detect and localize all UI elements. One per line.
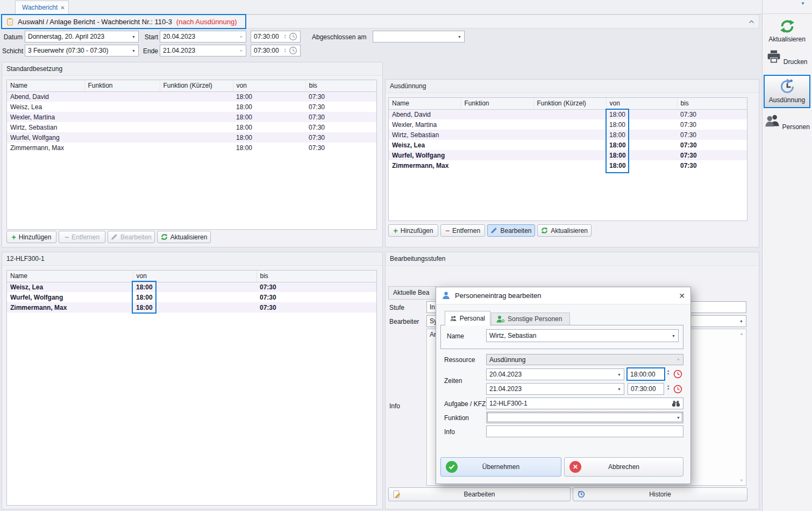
table-row[interactable]: Weisz, Lea18:0007:30 (7, 282, 376, 292)
vehicle-table: NamevonbisWeisz, Lea18:0007:30Wurfel, Wo… (7, 271, 376, 313)
uebernehmen-button[interactable]: Übernehmen (440, 457, 561, 477)
scroll-up-icon[interactable]: ▲ (739, 331, 744, 336)
sidebar-item-aktualisieren[interactable]: Aktualisieren (764, 16, 810, 44)
tab-sonstige-personen[interactable]: Sonstige Personen (491, 313, 570, 325)
column-header[interactable]: Funktion (Kürzel) (160, 80, 233, 91)
start-time-field[interactable]: 07:30:00 ▲▼ (251, 31, 301, 42)
abbrechen-button[interactable]: ✕ Abbrechen (564, 457, 683, 477)
column-header[interactable]: Name (7, 80, 84, 91)
table-cell: Abend, David (389, 109, 461, 119)
std-edit-button[interactable]: Bearbeiten (108, 231, 155, 243)
table-row[interactable]: Wurfel, Wolfgang18:0007:30 (389, 150, 747, 160)
dialog-title: Personeneintrag bearbeiten (455, 292, 541, 300)
table-row[interactable]: Zimmermann, Max18:0007:30 (7, 302, 376, 313)
start-date-combo[interactable]: 20.04.2023▼ (486, 368, 624, 380)
table-cell (84, 132, 160, 143)
table-row[interactable]: Zimmermann, Max18:0007:30 (389, 160, 747, 171)
name-combo[interactable]: Wirtz, Sebastian▼ (486, 329, 679, 342)
table-row[interactable]: Wurfel, Wolfgang18:0007:30 (7, 132, 376, 143)
table-cell: Weisz, Lea (389, 140, 461, 150)
schicht-value: 3 Feuerwehr (07:30 - 07:30) (28, 47, 108, 54)
end-date-combo[interactable]: 21.04.2023▼ (486, 383, 624, 395)
table-row[interactable]: Abend, David18:0007:30 (7, 91, 376, 102)
bearbeiter-label: Bearbeiter (389, 318, 419, 325)
sidebar-item-personen[interactable]: Personen (764, 110, 810, 139)
start-time-field-highlighted[interactable]: 18:00:00 (626, 367, 665, 381)
table-row[interactable]: Zimmermann, Max18:0007:30 (7, 143, 376, 153)
table-row[interactable]: Wurfel, Wolfgang18:0007:30 (7, 292, 376, 302)
std-add-button[interactable]: +Hinzufügen (6, 231, 56, 243)
tab-aktuelle-bearbeitungsstufe[interactable]: Aktuelle Bea (388, 286, 437, 300)
abgeschlossen-combo[interactable]: ▼ (373, 31, 465, 42)
table-cell (461, 160, 533, 171)
column-header[interactable]: von (606, 98, 677, 109)
funktion-combo[interactable]: ▼ (486, 411, 683, 423)
std-remove-button[interactable]: −Entfernen (59, 231, 105, 243)
start-date-field[interactable]: 20.04.2023▼ (160, 31, 246, 42)
uebernehmen-label: Übernehmen (482, 463, 519, 471)
table-row[interactable]: Wexler, Martina18:0007:30 (389, 119, 747, 130)
column-header[interactable]: Funktion (461, 98, 533, 109)
aus-refresh-button[interactable]: Aktualisieren (537, 224, 592, 237)
plus-icon: + (394, 227, 398, 235)
chevron-down-icon: ▼ (455, 35, 461, 39)
table-row[interactable]: Abend, David18:0007:30 (389, 109, 747, 119)
dialog-info-field[interactable] (486, 425, 683, 437)
scroll-down-icon[interactable]: ▼ (739, 478, 744, 483)
clock-icon[interactable] (289, 32, 297, 41)
ende-date-field[interactable]: 21.04.2023▼ (160, 45, 246, 56)
time-spinner[interactable]: ▲▼ (667, 385, 669, 391)
aus-remove-button[interactable]: −Entfernen (440, 224, 485, 237)
pencil-icon (111, 233, 118, 240)
time-spinner[interactable]: ▲▼ (667, 370, 669, 375)
tab-wachbericht[interactable]: Wachbericht ✕ (15, 1, 69, 14)
ende-time-value: 07:30:00 (254, 47, 279, 54)
chevron-down-icon: ▼ (737, 320, 743, 323)
ende-time-field[interactable]: 07:30:00 ▲▼ (251, 45, 301, 56)
sidebar-item-drucken[interactable]: Drucken (764, 46, 810, 74)
table-row[interactable]: Weisz, Lea18:0007:30 (7, 102, 376, 112)
schicht-combo[interactable]: 3 Feuerwehr (07:30 - 07:30)▼ (25, 45, 139, 56)
datum-combo[interactable]: Donnerstag, 20. April 2023▼ (25, 31, 139, 42)
aufgabe-field[interactable]: 12-HLF300-1 (486, 398, 683, 409)
binoculars-icon[interactable] (672, 400, 680, 407)
tab-personal[interactable]: Personal (445, 311, 490, 325)
chevron-down-icon: ▼ (237, 35, 243, 39)
sidebar-item-ausduennung[interactable]: Ausdünnung (764, 75, 810, 108)
std-refresh-label: Aktualisieren (170, 233, 208, 241)
column-header[interactable]: Funktion (84, 80, 160, 91)
column-header[interactable]: von (133, 271, 257, 282)
column-header[interactable]: von (233, 80, 305, 91)
table-row[interactable]: Wirtz, Sebastian18:0007:30 (7, 122, 376, 132)
name-label: Name (447, 332, 464, 340)
bearbeiten-button[interactable]: Bearbeiten (388, 487, 571, 501)
aus-add-button[interactable]: +Hinzufügen (388, 224, 438, 237)
column-header[interactable]: Funktion (Kürzel) (533, 98, 606, 109)
table-cell: 07:30 (677, 130, 747, 140)
time-spinner[interactable]: ▲▼ (284, 48, 287, 54)
tab-close-icon[interactable]: ✕ (60, 5, 65, 11)
sidebar-menu-arrow-icon[interactable]: ▼ (801, 1, 805, 6)
historie-button[interactable]: Historie (573, 487, 747, 501)
time-spinner[interactable]: ▲▼ (284, 34, 287, 40)
table-cell: Wirtz, Sebastian (389, 130, 461, 140)
clock-icon[interactable] (673, 370, 682, 379)
dialog-titlebar[interactable]: Personeneintrag bearbeiten ✕ (436, 287, 690, 304)
close-icon[interactable]: ✕ (679, 292, 685, 300)
aus-edit-button[interactable]: Bearbeiten (487, 224, 535, 237)
column-header[interactable]: bis (257, 271, 376, 282)
column-header[interactable]: bis (677, 98, 747, 109)
table-row[interactable]: Weisz, Lea18:0007:30 (389, 140, 747, 150)
table-row[interactable]: Wexler, Martina18:0007:30 (7, 112, 376, 122)
clock-icon[interactable] (289, 46, 297, 55)
std-refresh-button[interactable]: Aktualisieren (157, 231, 211, 243)
column-header[interactable]: Name (7, 271, 133, 282)
chevron-down-icon: ▼ (674, 358, 680, 361)
collapse-chevron-icon[interactable] (749, 20, 754, 24)
column-header[interactable]: Name (389, 98, 461, 109)
end-time-field[interactable]: 07:30:00 (628, 383, 664, 395)
ausduennung-title: Ausdünnung (386, 80, 759, 93)
clock-icon[interactable] (673, 385, 682, 394)
table-row[interactable]: Wirtz, Sebastian18:0007:30 (389, 130, 747, 140)
column-header[interactable]: bis (305, 80, 376, 91)
